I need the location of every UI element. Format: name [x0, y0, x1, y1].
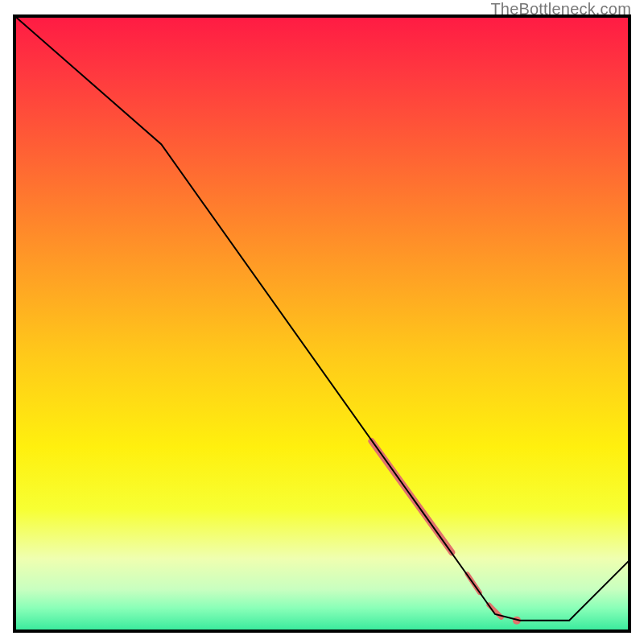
- plot-area: [13, 14, 631, 633]
- chart-container: TheBottleneck.com: [0, 0, 644, 644]
- chart-svg: [13, 14, 631, 633]
- gradient-background: [13, 14, 631, 633]
